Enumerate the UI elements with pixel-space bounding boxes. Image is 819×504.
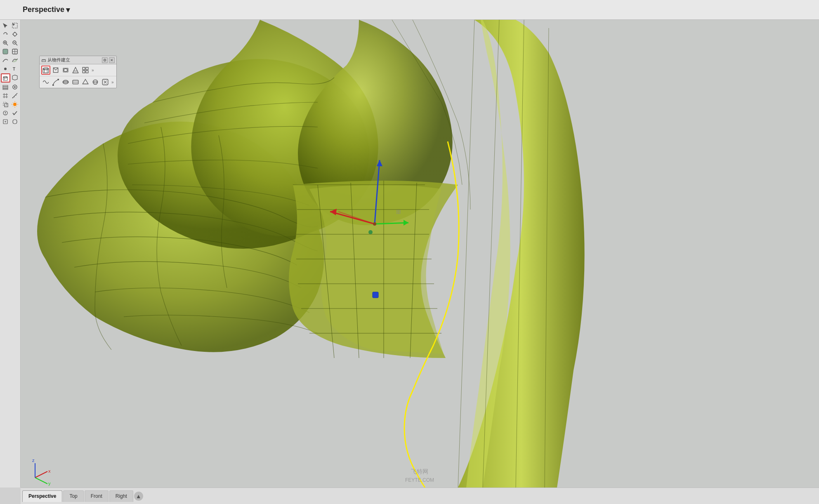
toolbar-row-6: T xyxy=(1,65,19,73)
svg-point-1 xyxy=(13,33,17,36)
title-bar: Perspective ▾ xyxy=(0,0,819,20)
wireframe-btn[interactable] xyxy=(10,47,19,56)
viewport[interactable]: ⊞ x y z 飞特网 FEYTE.COM xyxy=(21,20,819,488)
view-label-text: Perspective xyxy=(23,5,64,14)
check-btn[interactable] xyxy=(10,109,19,117)
svg-line-7 xyxy=(16,44,17,45)
view-title[interactable]: Perspective ▾ xyxy=(23,5,70,14)
svg-rect-27 xyxy=(3,102,7,106)
toolbar-row-4 xyxy=(1,47,19,56)
surface-btn[interactable] xyxy=(10,56,19,64)
svg-rect-19 xyxy=(3,87,8,88)
toolbar-row-8 xyxy=(1,83,19,91)
render-btn[interactable] xyxy=(10,100,19,108)
svg-point-29 xyxy=(13,103,17,106)
point-btn[interactable] xyxy=(1,65,10,73)
panel-close-btn[interactable]: ✕ xyxy=(109,57,115,63)
panel-icon-5[interactable] xyxy=(81,66,90,75)
floating-panel: 🗃 从物件建立 ⚙ ✕ » xyxy=(39,56,117,88)
tab-top[interactable]: Top xyxy=(63,490,83,502)
svg-rect-64 xyxy=(83,71,85,73)
svg-text:z: z xyxy=(32,458,35,463)
svg-point-68 xyxy=(63,80,68,84)
svg-text:飞特网: 飞特网 xyxy=(411,468,428,475)
panel-title: 🗃 从物件建立 xyxy=(41,57,70,63)
left-toolbar: T xyxy=(0,20,21,488)
text-btn[interactable]: T xyxy=(10,65,19,73)
svg-rect-62 xyxy=(83,67,85,70)
build-from-obj-btn[interactable] xyxy=(1,73,10,82)
panel-titlebar[interactable]: 🗃 从物件建立 ⚙ ✕ xyxy=(40,56,116,64)
panel-title-icon: 🗃 xyxy=(41,58,46,63)
panel-title-label: 从物件建立 xyxy=(47,57,70,63)
svg-rect-63 xyxy=(86,67,88,70)
viewport-svg: ⊞ x y z 飞特网 FEYTE.COM xyxy=(21,20,819,488)
select-btn[interactable] xyxy=(1,21,10,30)
svg-rect-65 xyxy=(86,71,88,73)
panel-controls: ⚙ ✕ xyxy=(102,57,115,63)
panel-icon-r6[interactable] xyxy=(91,78,100,87)
panel-icon-r7[interactable] xyxy=(101,78,110,87)
panel-icon-r4[interactable] xyxy=(71,78,80,87)
toolbar-row-7 xyxy=(1,73,19,82)
panel-icon-1[interactable] xyxy=(41,66,50,75)
curve-btn[interactable] xyxy=(1,56,10,64)
select-window-btn[interactable] xyxy=(10,21,19,30)
extra-btn1[interactable] xyxy=(1,118,10,126)
svg-rect-20 xyxy=(3,89,8,89)
svg-text:FEYTE.COM: FEYTE.COM xyxy=(405,477,434,483)
panel-icon-4[interactable] xyxy=(71,66,80,75)
svg-text:x: x xyxy=(48,469,51,473)
analyze-btn[interactable] xyxy=(1,109,10,117)
toolbar-row-12 xyxy=(1,118,19,126)
measure-btn[interactable] xyxy=(10,92,19,100)
svg-point-46 xyxy=(368,230,373,234)
toolbar-row-1 xyxy=(1,21,19,30)
svg-rect-61 xyxy=(63,68,68,72)
panel-icon-r2[interactable] xyxy=(51,78,60,87)
extra-btn2[interactable] xyxy=(10,118,19,126)
layer-btn[interactable] xyxy=(1,83,10,91)
svg-point-32 xyxy=(5,114,6,115)
svg-rect-44 xyxy=(373,292,378,298)
toolbar-row-2 xyxy=(1,30,19,38)
svg-rect-66 xyxy=(52,85,54,86)
view-dropdown-arrow[interactable]: ▾ xyxy=(66,5,70,14)
snap-btn[interactable] xyxy=(10,83,19,91)
shaded-btn[interactable] xyxy=(1,47,10,56)
mesh-btn[interactable] xyxy=(11,73,19,82)
svg-point-45 xyxy=(373,222,376,226)
svg-text:y: y xyxy=(48,481,51,486)
pan-btn[interactable] xyxy=(10,30,19,38)
bottom-tab-bar: Perspective Top Front Right ▲ xyxy=(21,488,819,504)
panel-icon-3[interactable] xyxy=(61,66,70,75)
panel-more-btn2[interactable]: » xyxy=(111,80,115,85)
panel-icon-r5[interactable] xyxy=(81,78,90,87)
svg-text:T: T xyxy=(13,67,15,71)
tab-right[interactable]: Right xyxy=(109,490,133,502)
tab-front[interactable]: Front xyxy=(85,490,109,502)
rotate-btn[interactable] xyxy=(1,30,10,38)
tab-perspective[interactable]: Perspective xyxy=(22,490,62,502)
svg-rect-67 xyxy=(58,79,59,80)
panel-icons-row2: » xyxy=(40,76,116,88)
zoom-extent-btn[interactable] xyxy=(10,39,19,47)
svg-rect-18 xyxy=(3,85,8,87)
toolbar-row-3 xyxy=(1,39,19,47)
toolbar-row-11 xyxy=(1,109,19,117)
transform-btn[interactable] xyxy=(1,100,10,108)
panel-settings-btn[interactable]: ⚙ xyxy=(102,57,108,63)
svg-line-3 xyxy=(6,44,8,45)
grid-btn[interactable] xyxy=(1,92,10,100)
tab-add-button[interactable]: ▲ xyxy=(134,492,143,501)
toolbar-row-10 xyxy=(1,100,19,108)
svg-rect-28 xyxy=(5,104,8,107)
panel-more-btn[interactable]: » xyxy=(91,68,95,73)
svg-text:⊞: ⊞ xyxy=(396,208,401,215)
panel-icon-2[interactable] xyxy=(51,66,60,75)
panel-icon-r3[interactable] xyxy=(61,78,70,87)
panel-icon-r1[interactable] xyxy=(41,78,50,87)
toolbar-row-5 xyxy=(1,56,19,64)
toolbar-row-9 xyxy=(1,92,19,100)
zoom-btn[interactable] xyxy=(1,39,10,47)
